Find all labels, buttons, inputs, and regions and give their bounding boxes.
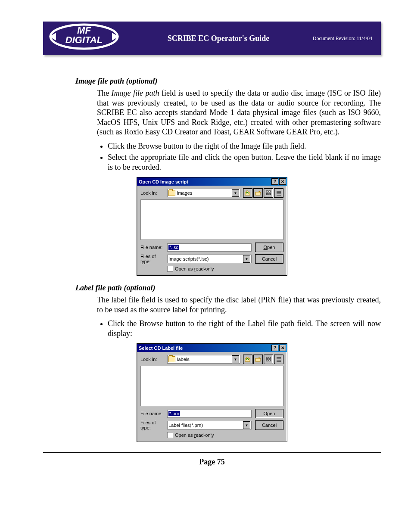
chevron-down-icon[interactable]: ▼ bbox=[232, 355, 239, 363]
paragraph-label-path: The label file field is used to specify … bbox=[97, 295, 381, 314]
filetype-label: Files of type: bbox=[140, 420, 167, 430]
open-button[interactable]: Open bbox=[255, 409, 283, 418]
svg-rect-18 bbox=[269, 357, 271, 358]
lookin-select[interactable]: images ▼ bbox=[167, 189, 240, 197]
folder-icon bbox=[168, 190, 175, 196]
lookin-label: Look in: bbox=[140, 190, 167, 196]
paragraph-image-path: The Image file path field is used to spe… bbox=[97, 88, 381, 137]
svg-rect-8 bbox=[269, 191, 271, 192]
file-list-area[interactable] bbox=[140, 199, 283, 240]
mf-digital-logo: MF DIGITAL bbox=[43, 19, 125, 54]
chevron-down-icon[interactable]: ▼ bbox=[243, 255, 250, 263]
document-header: MF DIGITAL SCRIBE EC Operator's Guide Do… bbox=[43, 22, 381, 55]
lookin-value: labels bbox=[177, 357, 190, 362]
up-one-level-button[interactable] bbox=[243, 188, 252, 198]
cancel-button[interactable]: Cancel bbox=[255, 254, 283, 264]
chevron-down-icon[interactable]: ▼ bbox=[232, 189, 239, 197]
filename-input[interactable]: *.prn bbox=[167, 410, 252, 418]
list-item: Click the Browse button to the right of … bbox=[108, 141, 381, 151]
dialog-titlebar: Open CD Image script ? ✕ bbox=[137, 177, 287, 186]
filename-input[interactable]: *.isc bbox=[167, 243, 252, 252]
bullet-list-image-path: Click the Browse button to the right of … bbox=[108, 141, 381, 172]
chevron-down-icon[interactable]: ▼ bbox=[243, 421, 250, 429]
svg-rect-6 bbox=[255, 192, 260, 195]
open-button[interactable]: Open bbox=[255, 243, 283, 252]
filetype-select[interactable]: Label files(*.prn) ▼ bbox=[167, 421, 252, 429]
help-button[interactable]: ? bbox=[271, 345, 278, 351]
close-button[interactable]: ✕ bbox=[279, 345, 286, 351]
svg-rect-20 bbox=[269, 360, 271, 361]
list-item: Click the Browse button to the right of … bbox=[108, 319, 381, 338]
lookin-label: Look in: bbox=[140, 357, 167, 362]
dialog-titlebar: Select CD Label file ? ✕ bbox=[137, 344, 287, 352]
footer-rule bbox=[43, 452, 381, 453]
svg-rect-9 bbox=[266, 193, 268, 195]
svg-rect-16 bbox=[255, 358, 260, 361]
new-folder-button[interactable] bbox=[253, 355, 263, 364]
list-view-button[interactable] bbox=[264, 188, 273, 198]
list-item: Select the appropriate file and click th… bbox=[108, 152, 381, 172]
open-image-dialog: Open CD Image script ? ✕ Look in: images… bbox=[137, 177, 287, 276]
filetype-select[interactable]: Image scripts(*.isc) ▼ bbox=[167, 255, 252, 263]
svg-rect-7 bbox=[266, 191, 268, 192]
svg-rect-10 bbox=[269, 193, 271, 195]
filename-label: File name: bbox=[140, 245, 167, 250]
up-one-level-button[interactable] bbox=[243, 355, 252, 364]
help-button[interactable]: ? bbox=[271, 178, 278, 185]
folder-icon bbox=[168, 356, 175, 362]
dialog-title: Select CD Label file bbox=[139, 345, 271, 351]
readonly-label: Open as read-only bbox=[175, 266, 214, 271]
section-heading-image-path: Image file path (optional) bbox=[75, 77, 381, 86]
dialog-title: Open CD Image script bbox=[139, 179, 271, 184]
details-view-button[interactable] bbox=[274, 355, 283, 364]
bullet-list-label-path: Click the Browse button to the right of … bbox=[108, 319, 381, 338]
document-revision: Document Revision: 11/4/04 bbox=[313, 35, 372, 42]
select-label-dialog: Select CD Label file ? ✕ Look in: labels… bbox=[137, 343, 287, 442]
file-list-area[interactable] bbox=[140, 366, 283, 406]
readonly-checkbox[interactable] bbox=[167, 432, 173, 438]
lookin-select[interactable]: labels ▼ bbox=[167, 355, 240, 364]
document-title: SCRIBE EC Operator's Guide bbox=[121, 34, 316, 43]
section-heading-label-path: Label file path (optional) bbox=[75, 283, 381, 292]
svg-rect-17 bbox=[266, 357, 268, 358]
close-button[interactable]: ✕ bbox=[279, 178, 286, 185]
svg-text:DIGITAL: DIGITAL bbox=[65, 34, 103, 45]
lookin-value: images bbox=[177, 190, 192, 196]
list-view-button[interactable] bbox=[264, 355, 273, 364]
readonly-checkbox[interactable] bbox=[167, 266, 173, 272]
filetype-label: Files of type: bbox=[140, 254, 167, 264]
details-view-button[interactable] bbox=[274, 188, 283, 198]
cancel-button[interactable]: Cancel bbox=[255, 420, 283, 430]
new-folder-button[interactable] bbox=[253, 188, 263, 198]
page-number: Page 75 bbox=[43, 457, 381, 467]
readonly-label: Open as read-only bbox=[175, 432, 214, 438]
svg-rect-19 bbox=[266, 360, 268, 361]
filename-label: File name: bbox=[140, 411, 167, 416]
